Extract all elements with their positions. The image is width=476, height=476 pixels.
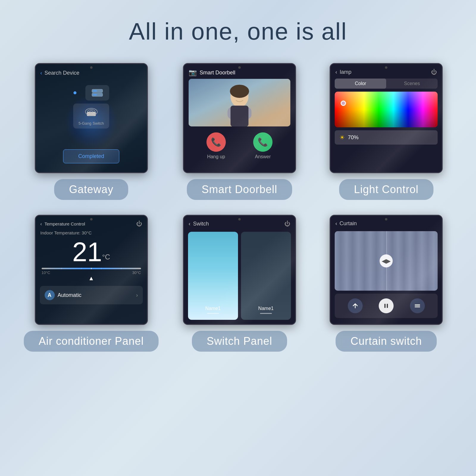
gateway-title: Search Device (45, 70, 79, 76)
router-icon (84, 107, 99, 119)
curtain-title: Curtain (339, 220, 357, 227)
curtain-pause-button[interactable] (379, 298, 394, 313)
curtain-control-dot[interactable]: ◀▶ (380, 254, 393, 267)
ac-back-group: ‹ Temperature Control (40, 221, 85, 227)
switch-panel-2[interactable]: Name1 (241, 232, 291, 320)
card-curtain: ‹ Curtain ◀▶ (320, 215, 452, 352)
light-header: ‹ lamp ⏻ (331, 64, 442, 79)
light-title: lamp (340, 69, 351, 75)
light-screen: ‹ lamp ⏻ Color Scenes ☀ 70% (330, 63, 443, 173)
answer-icon: 📞 (253, 132, 273, 152)
card-ac: ‹ Temperature Control ⏻ Indoor Temperatu… (24, 215, 159, 352)
hangup-button[interactable]: 📞 Hang up (206, 132, 226, 159)
curtain-open-button[interactable] (348, 298, 363, 313)
completed-button[interactable]: Completed (63, 149, 119, 163)
curtain-close-button[interactable] (410, 298, 425, 313)
ac-back-icon: ‹ (40, 221, 42, 226)
light-back: ‹ lamp (335, 69, 351, 75)
ac-mode-selector[interactable]: A Automatic › (40, 286, 143, 304)
switch-back-icon: ‹ (189, 221, 190, 227)
light-label: Light Control (339, 179, 433, 200)
light-tabs: Color Scenes (335, 79, 438, 89)
gateway-devices: 5-Gang Switch Completed (36, 85, 147, 163)
device-box: 5-Gang Switch (73, 104, 109, 129)
switch-display: ‹ Switch ⏻ Name1 Name1 (184, 216, 295, 324)
doorbell-photo (189, 79, 290, 126)
doorbell-buttons: 📞 Hang up 📞 Answer (184, 126, 295, 161)
ac-tick-labels: 10°C 30°C (42, 270, 141, 275)
camera-icon: 📷 (189, 69, 197, 76)
svg-rect-22 (415, 307, 420, 307)
svg-rect-20 (415, 304, 420, 305)
svg-rect-18 (384, 304, 386, 308)
hangup-label: Hang up (207, 154, 225, 159)
sun-icon: ☀ (339, 134, 345, 141)
switch-panel-1[interactable]: Name1 (188, 232, 238, 320)
curtain-left (335, 231, 386, 291)
brightness-value: 70% (348, 134, 358, 141)
switch-label: Switch Panel (192, 331, 287, 352)
switch-name-1: Name1 (205, 306, 221, 311)
card-light: ‹ lamp ⏻ Color Scenes ☀ 70% Light Con (320, 63, 452, 200)
gateway-label: Gateway (54, 179, 128, 200)
device-label: 5-Gang Switch (79, 121, 104, 126)
ac-gauge: 10°C 30°C ▲ (42, 268, 141, 282)
ac-chevron-icon: › (136, 292, 138, 298)
curtain-visual: ◀▶ (335, 231, 438, 291)
ac-mode-icon: A (45, 290, 55, 300)
switch-header: ‹ Switch ⏻ (184, 216, 295, 230)
ac-indoor-temp: Indoor Temperature: 30°C (36, 229, 147, 237)
ac-screen: ‹ Temperature Control ⏻ Indoor Temperatu… (35, 215, 148, 325)
color-picker[interactable] (335, 92, 438, 127)
ac-mode-info: A Automatic (45, 290, 82, 300)
doorbell-display: 📷 Smart Doorbell (184, 64, 295, 172)
doorbell-screen: 📷 Smart Doorbell (183, 63, 296, 173)
page-title: All in one, one is all (0, 0, 476, 60)
switch-power-icon: ⏻ (284, 220, 290, 227)
ac-gauge-bar (42, 268, 141, 269)
switch-title: Switch (193, 221, 209, 227)
gateway-icon-row (73, 85, 109, 101)
switch-name-2: Name1 (258, 306, 274, 311)
brightness-control: ☀ 70% (335, 130, 438, 145)
ac-power-icon: ⏻ (136, 220, 142, 227)
ac-max-temp: 30°C (132, 270, 141, 275)
ac-mode-label: Automatic (58, 292, 82, 298)
switch-screen: ‹ Switch ⏻ Name1 Name1 (183, 215, 296, 325)
curtain-right (386, 231, 438, 291)
card-doorbell: 📷 Smart Doorbell (173, 63, 305, 200)
svg-rect-19 (387, 304, 388, 308)
gateway-screen: ‹ Search Device (35, 63, 148, 173)
svg-point-10 (230, 85, 249, 98)
gateway-header: ‹ Search Device (36, 64, 147, 79)
answer-label: Answer (255, 154, 271, 159)
switch-line-1 (207, 313, 219, 314)
svg-rect-21 (415, 306, 420, 306)
tab-scenes[interactable]: Scenes (386, 79, 438, 89)
curtain-label: Curtain switch (336, 331, 437, 352)
curtain-back-icon: ‹ (335, 220, 337, 227)
ac-triangle-indicator: ▲ (42, 275, 141, 282)
card-switch: ‹ Switch ⏻ Name1 Name1 Switch (173, 215, 305, 352)
ac-temp-value: 21 (72, 239, 102, 265)
card-gateway: ‹ Search Device (24, 63, 159, 200)
doorbell-title: Smart Doorbell (200, 70, 235, 76)
light-display: ‹ lamp ⏻ Color Scenes ☀ 70% (331, 64, 442, 172)
product-grid: ‹ Search Device (0, 63, 476, 352)
ac-temperature: 21°C (36, 239, 147, 265)
svg-rect-3 (93, 94, 97, 95)
ac-display: ‹ Temperature Control ⏻ Indoor Temperatu… (36, 216, 147, 324)
gateway-display: ‹ Search Device (36, 64, 147, 172)
curtain-screen: ‹ Curtain ◀▶ (330, 215, 443, 325)
back-icon: ‹ (40, 70, 42, 76)
svg-rect-12 (231, 106, 248, 126)
switch-panels: Name1 Name1 (188, 232, 291, 320)
connection-dot (73, 91, 76, 94)
answer-button[interactable]: 📞 Answer (253, 132, 273, 159)
tab-color[interactable]: Color (335, 79, 386, 89)
hangup-icon: 📞 (206, 132, 226, 152)
switch-back-group: ‹ Switch (189, 221, 209, 227)
ac-title: Temperature Control (44, 221, 85, 226)
color-picker-dot (341, 101, 346, 106)
curtain-display: ‹ Curtain ◀▶ (331, 216, 442, 324)
